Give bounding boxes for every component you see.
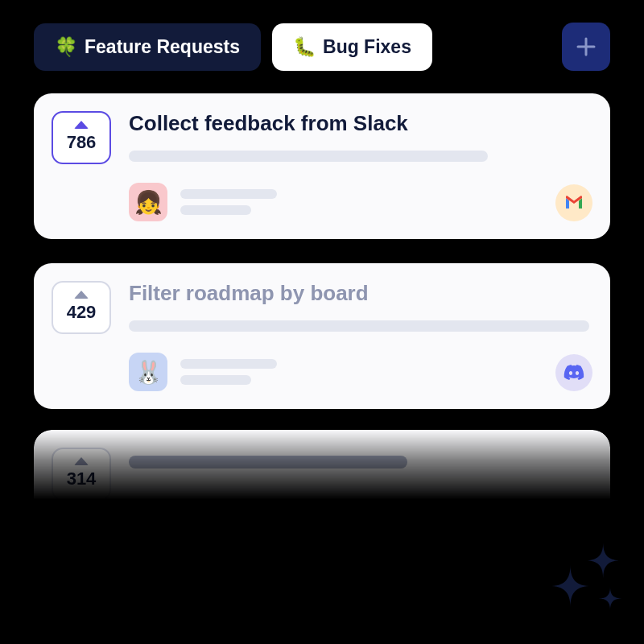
card-meta: 🐰	[129, 353, 589, 391]
title-placeholder	[129, 456, 407, 469]
avatar: 🐰	[129, 353, 167, 391]
clover-icon: 🍀	[55, 38, 78, 56]
gmail-icon	[564, 196, 584, 210]
plus-icon	[576, 36, 597, 57]
feedback-card[interactable]: 786 Collect feedback from Slack 👧	[34, 93, 610, 239]
feedback-card[interactable]: 429 Filter roadmap by board 🐰	[34, 263, 610, 409]
tab-bug-fixes[interactable]: 🐛 Bug Fixes	[272, 23, 432, 71]
card-title: Filter roadmap by board	[129, 281, 589, 306]
add-board-button[interactable]	[562, 23, 610, 71]
card-body	[129, 448, 592, 489]
upvote-button[interactable]: 786	[52, 111, 111, 164]
caterpillar-icon: 🐛	[293, 38, 316, 56]
description-placeholder	[129, 320, 589, 332]
discord-icon	[564, 365, 584, 381]
description-placeholder	[129, 151, 488, 162]
tab-label: Feature Requests	[85, 36, 240, 58]
avatar: 👧	[129, 183, 167, 221]
author-placeholder	[180, 359, 277, 385]
cards-list: 786 Collect feedback from Slack 👧	[0, 71, 644, 507]
card-meta: 👧	[129, 183, 589, 221]
card-title: Collect feedback from Slack	[129, 111, 589, 136]
caret-up-icon	[74, 291, 89, 299]
sparkle-icon	[539, 523, 628, 612]
sparkle-decoration	[539, 523, 628, 612]
caret-up-icon	[74, 121, 89, 129]
avatar-emoji-icon: 👧	[134, 189, 163, 216]
vote-count: 429	[67, 302, 97, 323]
author-placeholder	[180, 189, 277, 215]
upvote-button[interactable]: 429	[52, 281, 111, 334]
card-body: Filter roadmap by board 🐰	[129, 281, 589, 391]
source-badge-discord	[555, 354, 592, 391]
source-badge-gmail	[555, 184, 592, 221]
text-placeholder	[180, 375, 251, 385]
text-placeholder	[180, 359, 277, 369]
tab-label: Bug Fixes	[323, 36, 411, 58]
tab-feature-requests[interactable]: 🍀 Feature Requests	[34, 23, 261, 71]
card-body: Collect feedback from Slack 👧	[129, 111, 589, 221]
feedback-card-partial[interactable]: 314	[34, 430, 610, 507]
avatar-emoji-icon: 🐰	[134, 359, 163, 386]
caret-up-icon	[74, 457, 89, 465]
vote-count: 314	[67, 469, 97, 489]
tab-bar: 🍀 Feature Requests 🐛 Bug Fixes	[0, 0, 644, 71]
text-placeholder	[180, 189, 277, 199]
text-placeholder	[180, 205, 251, 215]
upvote-button[interactable]: 314	[52, 448, 111, 501]
vote-count: 786	[67, 132, 97, 153]
